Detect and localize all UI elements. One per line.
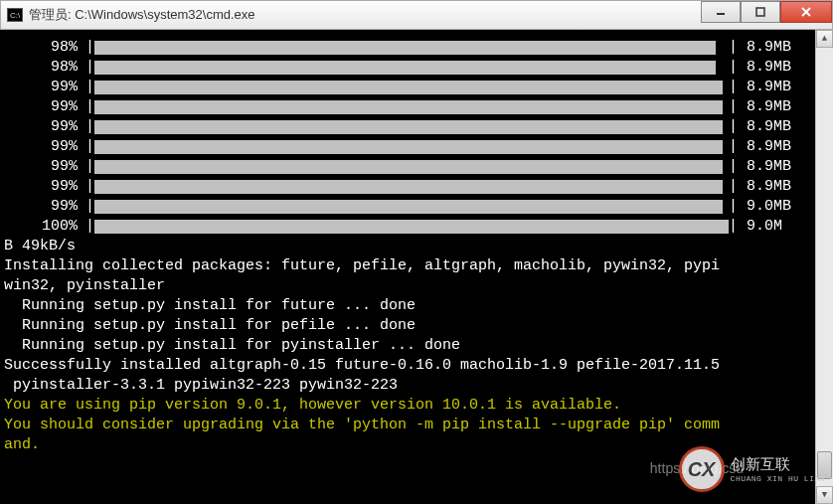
- progress-size: 8.9MB: [738, 38, 791, 58]
- watermark-logo: 创新互联 CHUANG XIN HU LIAN: [679, 446, 825, 492]
- progress-percent: 98%: [4, 38, 85, 58]
- progress-line: 99%|| 8.9MB: [4, 157, 829, 177]
- watermark-sub: CHUANG XIN HU LIAN: [731, 474, 825, 483]
- progress-size: 8.9MB: [738, 157, 791, 177]
- cmd-icon: C:\: [7, 8, 23, 22]
- maximize-button[interactable]: [741, 1, 780, 23]
- progress-percent: 99%: [4, 177, 85, 197]
- output-line: B 49kB/s: [4, 237, 829, 256]
- progress-bar-fill: [94, 100, 723, 114]
- progress-bar-fill: [94, 220, 729, 234]
- progress-size: 8.9MB: [738, 78, 791, 97]
- progress-bar-fill: [94, 61, 716, 75]
- progress-size: 8.9MB: [738, 117, 791, 137]
- progress-percent: 99%: [4, 78, 85, 97]
- window-titlebar: C:\ 管理员: C:\Windows\system32\cmd.exe: [0, 0, 833, 30]
- terminal-output[interactable]: 98%|| 8.9MB98%|| 8.9MB99%|| 8.9MB99%|| 8…: [0, 30, 833, 504]
- minimize-icon: [715, 6, 727, 18]
- window-controls: [701, 1, 832, 29]
- scroll-up-button[interactable]: ▲: [816, 30, 833, 48]
- progress-line: 99%|| 8.9MB: [4, 117, 829, 137]
- progress-line: 99%|| 9.0MB: [4, 197, 829, 217]
- progress-line: 99%|| 8.9MB: [4, 177, 829, 197]
- progress-bar-fill: [94, 180, 723, 194]
- minimize-button[interactable]: [701, 1, 741, 23]
- progress-size: 8.9MB: [738, 58, 791, 78]
- progress-size: 9.0MB: [738, 197, 791, 217]
- progress-size: 8.9MB: [738, 177, 791, 197]
- maximize-icon: [754, 6, 766, 18]
- progress-percent: 98%: [4, 58, 85, 78]
- progress-line: 98%|| 8.9MB: [4, 58, 829, 78]
- watermark-badge-icon: [679, 446, 725, 492]
- output-line: Running setup.py install for pefile ... …: [4, 316, 829, 336]
- progress-percent: 99%: [4, 97, 85, 117]
- progress-size: 8.9MB: [738, 137, 791, 157]
- progress-percent: 99%: [4, 117, 85, 137]
- output-line: Successfully installed altgraph-0.15 fut…: [4, 356, 829, 376]
- scroll-track[interactable]: [816, 48, 833, 486]
- progress-percent: 100%: [4, 217, 85, 237]
- warning-line: You are using pip version 9.0.1, however…: [4, 396, 829, 416]
- progress-bar-fill: [94, 160, 723, 174]
- progress-percent: 99%: [4, 137, 85, 157]
- progress-line: 99%|| 8.9MB: [4, 97, 829, 117]
- svg-rect-1: [756, 8, 764, 16]
- warning-line: You should consider upgrading via the 'p…: [4, 416, 829, 435]
- progress-bar-fill: [94, 41, 716, 55]
- progress-line: 99%|| 8.9MB: [4, 137, 829, 157]
- vertical-scrollbar[interactable]: ▲ ▼: [815, 30, 833, 504]
- close-button[interactable]: [780, 1, 832, 23]
- progress-size: 8.9MB: [738, 97, 791, 117]
- progress-bar-fill: [94, 140, 723, 154]
- progress-bar-fill: [94, 120, 723, 134]
- output-line: Installing collected packages: future, p…: [4, 256, 829, 276]
- progress-bar-fill: [94, 81, 723, 94]
- progress-line: 99%|| 8.9MB: [4, 78, 829, 97]
- output-line: Running setup.py install for pyinstaller…: [4, 336, 829, 356]
- progress-bar-fill: [94, 200, 723, 214]
- progress-line: 98%|| 8.9MB: [4, 38, 829, 58]
- progress-line: 100%|| 9.0M: [4, 217, 829, 237]
- watermark-brand: 创新互联: [731, 455, 825, 474]
- close-icon: [800, 6, 812, 18]
- output-line: pyinstaller-3.3.1 pypiwin32-223 pywin32-…: [4, 376, 829, 396]
- progress-size: 9.0M: [738, 217, 782, 237]
- progress-percent: 99%: [4, 197, 85, 217]
- output-line: win32, pyinstaller: [4, 276, 829, 296]
- output-line: Running setup.py install for future ... …: [4, 296, 829, 316]
- progress-percent: 99%: [4, 157, 85, 177]
